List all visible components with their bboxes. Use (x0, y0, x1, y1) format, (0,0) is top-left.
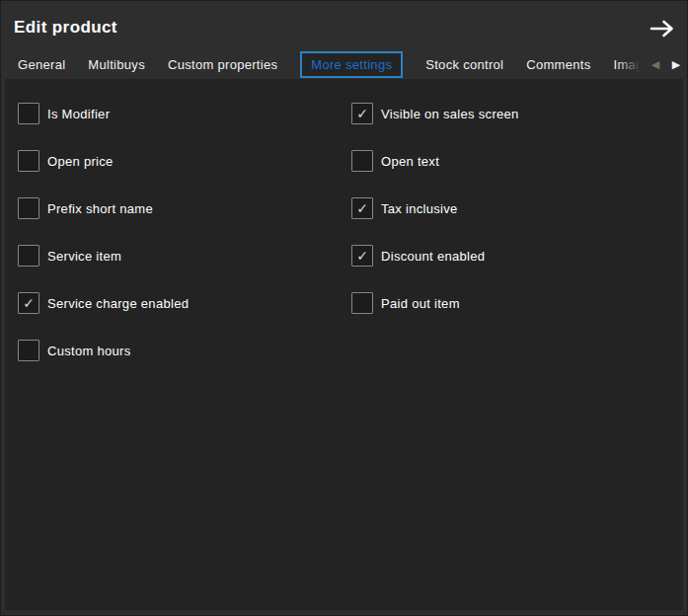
tab-image[interactable]: Image (614, 51, 645, 78)
checkbox-label: Paid out item (381, 296, 460, 311)
prefix-short-name-checkbox[interactable] (18, 197, 39, 219)
open-price-checkbox[interactable] (18, 150, 39, 172)
tab-general[interactable]: General (18, 51, 65, 78)
checkbox-row: Open price (18, 137, 189, 185)
checkbox-row: Prefix short name (18, 185, 189, 232)
tab-bar: GeneralMultibuysCustom propertiesMore se… (0, 49, 688, 79)
check-icon: ✓ (23, 296, 35, 310)
tab-stock-control[interactable]: Stock control (425, 51, 503, 78)
tab-comments[interactable]: Comments (526, 51, 590, 78)
more-settings-panel: Is ModifierOpen pricePrefix short nameSe… (5, 79, 683, 610)
checkbox-column-left: Is ModifierOpen pricePrefix short nameSe… (18, 90, 189, 374)
forward-button[interactable] (647, 16, 678, 41)
tab-multibuys[interactable]: Multibuys (88, 51, 145, 78)
checkbox-row: Service item (18, 232, 189, 279)
checkbox-row: ✓Discount enabled (351, 232, 519, 279)
arrow-right-icon (650, 20, 675, 38)
service-charge-enabled-checkbox[interactable]: ✓ (18, 292, 39, 314)
tab-list: GeneralMultibuysCustom propertiesMore se… (0, 49, 645, 79)
checkbox-row: Open text (351, 137, 519, 185)
checkbox-row: ✓Tax inclusive (351, 185, 519, 232)
checkbox-column-right: ✓Visible on sales screenOpen text✓Tax in… (351, 90, 519, 327)
checkbox-row: ✓Visible on sales screen (351, 90, 519, 137)
checkbox-label: Open price (47, 154, 114, 169)
checkbox-label: Discount enabled (381, 249, 485, 264)
checkbox-row: Custom hours (18, 327, 189, 374)
checkbox-row: Is Modifier (18, 90, 189, 137)
checkbox-label: Tax inclusive (381, 201, 458, 216)
tabs-scroll-right-button[interactable]: ▶ (667, 49, 685, 79)
checkbox-label: Service charge enabled (47, 296, 189, 311)
checkbox-row: Paid out item (351, 279, 519, 327)
chevron-left-icon: ◀ (651, 59, 659, 70)
check-icon: ✓ (356, 249, 368, 263)
checkbox-label: Custom hours (47, 344, 131, 358)
edit-product-dialog: Edit product GeneralMultibuysCustom prop… (0, 0, 688, 616)
custom-hours-checkbox[interactable] (18, 340, 39, 361)
page-title: Edit product (14, 18, 117, 38)
tax-inclusive-checkbox[interactable]: ✓ (351, 197, 373, 219)
is-modifier-checkbox[interactable] (18, 103, 39, 124)
checkbox-label: Visible on sales screen (381, 107, 519, 121)
checkbox-label: Service item (47, 249, 121, 264)
check-icon: ✓ (356, 201, 368, 215)
open-text-checkbox[interactable] (351, 150, 373, 172)
check-icon: ✓ (356, 107, 368, 120)
checkbox-label: Open text (381, 154, 439, 169)
visible-on-sales-screen-checkbox[interactable]: ✓ (351, 103, 373, 124)
tab-more-settings[interactable]: More settings (300, 51, 403, 78)
service-item-checkbox[interactable] (18, 245, 39, 267)
checkbox-label: Is Modifier (47, 107, 110, 121)
discount-enabled-checkbox[interactable]: ✓ (351, 245, 373, 267)
chevron-right-icon: ▶ (672, 59, 680, 70)
tabs-scroll-left-button[interactable]: ◀ (647, 49, 664, 79)
checkbox-label: Prefix short name (47, 201, 153, 216)
tab-custom-properties[interactable]: Custom properties (168, 51, 277, 78)
checkbox-row: ✓Service charge enabled (18, 279, 189, 327)
paid-out-item-checkbox[interactable] (351, 292, 373, 314)
